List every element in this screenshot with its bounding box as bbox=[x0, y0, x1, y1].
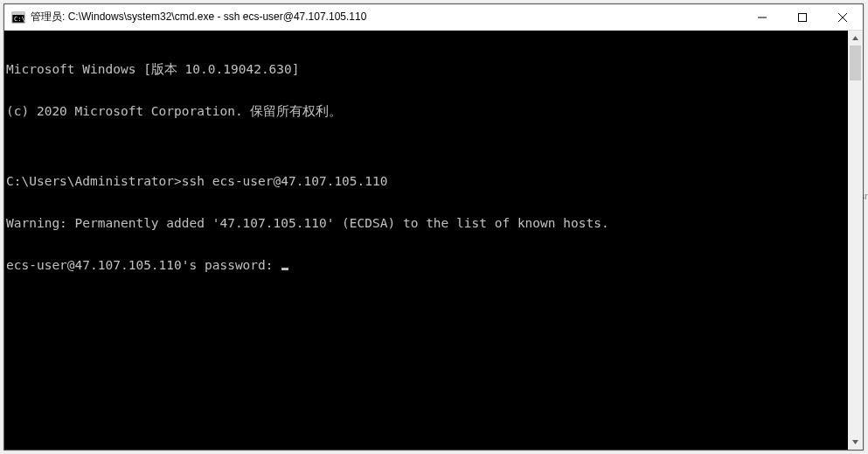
titlebar[interactable]: C:\ 管理员: C:\Windows\system32\cmd.exe - s… bbox=[4, 4, 863, 31]
svg-rect-4 bbox=[799, 13, 807, 21]
scrollbar-thumb[interactable] bbox=[850, 45, 861, 80]
cmd-window: C:\ 管理员: C:\Windows\system32\cmd.exe - s… bbox=[3, 3, 864, 451]
window-title: 管理员: C:\Windows\system32\cmd.exe - ssh e… bbox=[31, 10, 366, 24]
terminal-prompt-line: ecs-user@47.107.105.110's password: bbox=[6, 258, 846, 272]
svg-rect-1 bbox=[12, 12, 24, 15]
svg-marker-8 bbox=[852, 440, 858, 444]
close-button[interactable] bbox=[823, 4, 863, 30]
terminal-line: (c) 2020 Microsoft Corporation. 保留所有权利。 bbox=[6, 104, 846, 118]
terminal-line: Warning: Permanently added '47.107.105.1… bbox=[6, 216, 846, 230]
terminal-cursor bbox=[281, 268, 288, 270]
vertical-scrollbar[interactable] bbox=[848, 31, 863, 450]
window-controls bbox=[742, 4, 863, 30]
scroll-down-button[interactable] bbox=[848, 435, 863, 450]
cmd-icon: C:\ bbox=[11, 10, 25, 24]
password-prompt: ecs-user@47.107.105.110's password: bbox=[6, 258, 281, 272]
scrollbar-track[interactable] bbox=[848, 45, 863, 435]
minimize-button[interactable] bbox=[742, 4, 782, 30]
terminal-line: C:\Users\Administrator>ssh ecs-user@47.1… bbox=[6, 174, 846, 188]
scroll-up-button[interactable] bbox=[848, 31, 863, 45]
maximize-button[interactable] bbox=[782, 4, 823, 30]
terminal-output[interactable]: Microsoft Windows [版本 10.0.19042.630] (c… bbox=[4, 31, 848, 450]
terminal-area: Microsoft Windows [版本 10.0.19042.630] (c… bbox=[4, 31, 863, 450]
terminal-line: Microsoft Windows [版本 10.0.19042.630] bbox=[6, 62, 846, 76]
svg-marker-7 bbox=[852, 36, 858, 40]
svg-text:C:\: C:\ bbox=[14, 16, 25, 23]
